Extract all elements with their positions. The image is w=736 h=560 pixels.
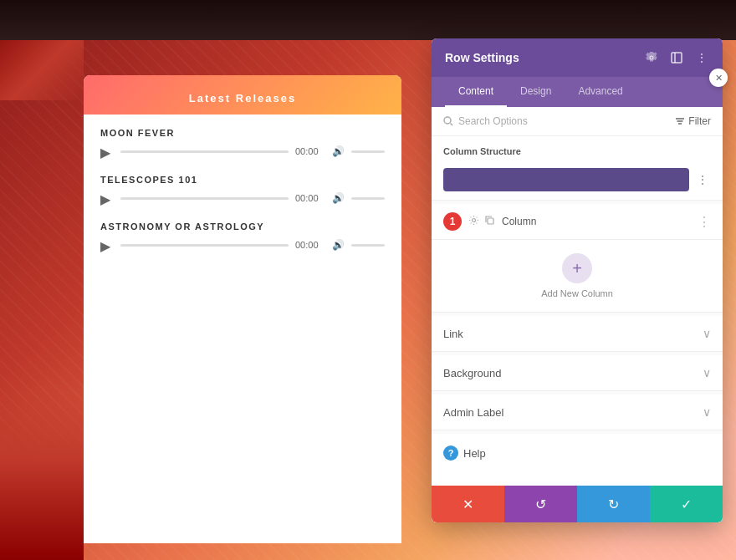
audio-item: TELESCOPES 101 ▶ 00:00 🔊 — [100, 175, 385, 205]
panel-body: Column Structure ⋮ 1 — [432, 136, 723, 522]
progress-bar-1[interactable] — [120, 150, 289, 153]
svg-rect-9 — [488, 218, 493, 224]
admin-arrow-icon: ∨ — [703, 405, 711, 419]
volume-slider-3[interactable] — [351, 244, 385, 247]
help-area: ? Help — [432, 434, 723, 472]
accordion-background[interactable]: Background ∨ — [432, 355, 723, 391]
volume-slider-2[interactable] — [351, 197, 385, 200]
svg-point-3 — [444, 117, 451, 124]
redo-button[interactable]: ↻ — [577, 486, 650, 522]
top-bar — [0, 0, 736, 40]
audio-item: ASTRONOMY OR ASTROLOGY ▶ 00:00 🔊 — [100, 221, 385, 252]
cancel-button[interactable]: ✕ — [432, 486, 504, 522]
svg-line-4 — [451, 124, 453, 126]
audio-item: MOON FEVER ▶ 00:00 🔊 — [100, 128, 385, 158]
copy-icon[interactable] — [484, 215, 495, 228]
volume-icon-3: 🔊 — [332, 239, 345, 251]
audio-title-3: ASTRONOMY OR ASTROLOGY — [100, 221, 385, 232]
admin-label-text: Admin Label — [443, 406, 503, 419]
panel-header: Row Settings ⋮ — [432, 38, 723, 77]
play-button-2[interactable]: ▶ — [100, 191, 114, 205]
redo-icon: ↻ — [608, 496, 619, 512]
cancel-icon: ✕ — [463, 496, 473, 512]
audio-controls-3: ▶ 00:00 🔊 — [100, 238, 385, 252]
column-badge: 1 — [443, 212, 462, 231]
panel-close-button[interactable]: ✕ — [709, 69, 728, 87]
audio-controls-2: ▶ 00:00 🔊 — [100, 191, 385, 205]
link-arrow-icon: ∨ — [703, 327, 711, 340]
column-item-row: 1 Column ⋮ — [432, 204, 723, 240]
progress-bar-2[interactable] — [120, 197, 289, 200]
filter-button[interactable]: Filter — [675, 115, 711, 127]
column-more-icon[interactable]: ⋮ — [698, 214, 711, 230]
reset-button[interactable]: ↺ — [504, 486, 577, 522]
expand-icon[interactable] — [669, 50, 684, 65]
content-panel: Latest Releases MOON FEVER ▶ 00:00 🔊 TEL… — [84, 75, 401, 543]
svg-point-8 — [473, 219, 476, 222]
background-label: Background — [443, 367, 501, 379]
play-button-1[interactable]: ▶ — [100, 145, 114, 158]
more-options-icon[interactable]: ⋮ — [694, 50, 709, 65]
svg-rect-1 — [672, 53, 682, 63]
search-icon — [443, 116, 453, 126]
settings-icon[interactable] — [644, 50, 659, 65]
column-bar[interactable] — [443, 168, 689, 191]
search-input-wrap: Search Options — [443, 115, 528, 127]
link-label: Link — [443, 328, 463, 340]
audio-list: MOON FEVER ▶ 00:00 🔊 TELESCOPES 101 ▶ 00… — [84, 115, 401, 282]
tab-design[interactable]: Design — [507, 77, 565, 107]
play-button-3[interactable]: ▶ — [100, 238, 114, 252]
time-display-1: 00:00 — [295, 146, 325, 156]
panel-header-icons: ⋮ — [644, 50, 709, 65]
audio-title-2: TELESCOPES 101 — [100, 175, 385, 185]
panel-tabs: Content Design Advanced — [432, 77, 723, 107]
add-column-area: + Add New Column — [432, 240, 723, 313]
save-button[interactable]: ✓ — [650, 486, 723, 522]
filter-icon — [675, 116, 685, 126]
column-icons — [468, 215, 495, 228]
volume-slider-1[interactable] — [351, 150, 385, 153]
add-column-label: Add New Column — [541, 288, 613, 298]
help-icon[interactable]: ? — [443, 445, 458, 461]
accordion-link[interactable]: Link ∨ — [432, 316, 723, 352]
search-placeholder: Search Options — [458, 115, 528, 127]
background-arrow-icon: ∨ — [703, 366, 711, 379]
column-label: Column — [502, 216, 691, 227]
reset-icon: ↺ — [535, 496, 546, 512]
search-bar: Search Options Filter — [432, 107, 723, 136]
volume-icon-2: 🔊 — [332, 192, 345, 204]
help-label: Help — [463, 447, 486, 460]
content-header: Latest Releases — [84, 75, 401, 115]
progress-bar-3[interactable] — [120, 244, 289, 247]
column-more-button[interactable]: ⋮ — [694, 171, 711, 188]
filter-label: Filter — [688, 115, 711, 127]
tab-advanced[interactable]: Advanced — [565, 77, 636, 107]
add-column-button[interactable]: + — [562, 253, 592, 283]
accordion-admin-label[interactable]: Admin Label ∨ — [432, 395, 723, 430]
content-title: Latest Releases — [104, 92, 381, 104]
accent-bottomleft — [0, 393, 84, 560]
tab-content[interactable]: Content — [445, 77, 507, 107]
time-display-2: 00:00 — [295, 193, 325, 203]
column-structure-row: ⋮ — [432, 163, 723, 201]
panel-title: Row Settings — [445, 51, 519, 64]
save-icon: ✓ — [681, 496, 692, 512]
audio-title-1: MOON FEVER — [100, 128, 385, 138]
column-structure-label: Column Structure — [432, 136, 723, 163]
volume-icon-1: 🔊 — [332, 145, 345, 157]
time-display-3: 00:00 — [295, 240, 325, 250]
gear-icon[interactable] — [468, 215, 479, 228]
action-bar: ✕ ↺ ↻ ✓ — [432, 486, 723, 522]
audio-controls-1: ▶ 00:00 🔊 — [100, 145, 385, 158]
settings-panel: Row Settings ⋮ Content Design Advanced — [432, 38, 723, 522]
